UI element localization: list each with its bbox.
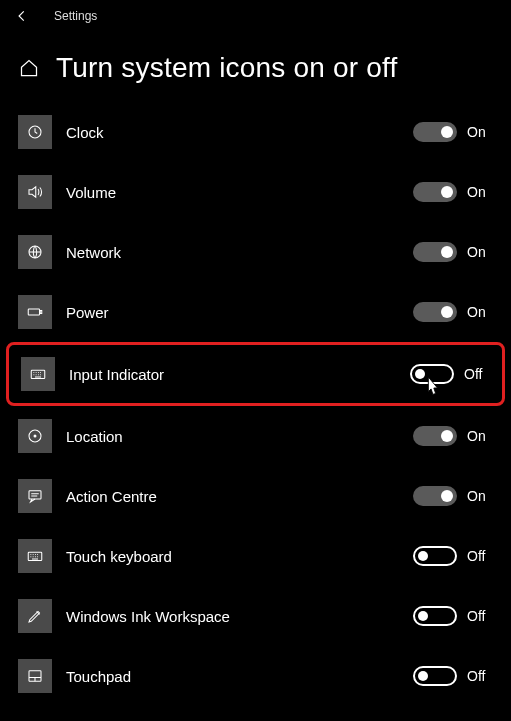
- setting-row-action-centre: Action CentreOn: [0, 466, 511, 526]
- back-button[interactable]: [8, 2, 36, 30]
- toggle-state-label-touch-keyboard: Off: [467, 548, 493, 564]
- toggle-knob: [441, 186, 453, 198]
- toggle-wrap-touchpad: Off: [413, 666, 493, 686]
- setting-row-windows-ink: Windows Ink WorkspaceOff: [0, 586, 511, 646]
- keyboard-icon: [21, 357, 55, 391]
- svg-rect-2: [28, 309, 39, 315]
- setting-row-input-indicator: Input IndicatorOff: [6, 342, 505, 406]
- toggle-action-centre[interactable]: [413, 486, 457, 506]
- toggle-knob: [415, 369, 425, 379]
- toggle-state-label-network: On: [467, 244, 493, 260]
- setting-row-location: LocationOn: [0, 406, 511, 466]
- setting-label-network: Network: [66, 244, 413, 261]
- toggle-knob: [418, 611, 428, 621]
- touchpad-icon: [18, 659, 52, 693]
- settings-list: ClockOnVolumeOnNetworkOnPowerOnInput Ind…: [0, 102, 511, 706]
- toggle-touchpad[interactable]: [413, 666, 457, 686]
- toggle-state-label-volume: On: [467, 184, 493, 200]
- toggle-knob: [418, 671, 428, 681]
- setting-label-volume: Volume: [66, 184, 413, 201]
- toggle-wrap-input-indicator: Off: [410, 364, 490, 384]
- toggle-touch-keyboard[interactable]: [413, 546, 457, 566]
- toggle-state-label-touchpad: Off: [467, 668, 493, 684]
- toggle-windows-ink[interactable]: [413, 606, 457, 626]
- toggle-wrap-action-centre: On: [413, 486, 493, 506]
- setting-label-action-centre: Action Centre: [66, 488, 413, 505]
- toggle-state-label-power: On: [467, 304, 493, 320]
- svg-point-6: [34, 435, 37, 438]
- toggle-state-label-action-centre: On: [467, 488, 493, 504]
- toggle-network[interactable]: [413, 242, 457, 262]
- app-title: Settings: [54, 9, 97, 23]
- globe-icon: [18, 235, 52, 269]
- toggle-wrap-touch-keyboard: Off: [413, 546, 493, 566]
- toggle-wrap-clock: On: [413, 122, 493, 142]
- svg-rect-7: [29, 491, 41, 499]
- toggle-wrap-location: On: [413, 426, 493, 446]
- setting-row-clock: ClockOn: [0, 102, 511, 162]
- setting-label-windows-ink: Windows Ink Workspace: [66, 608, 413, 625]
- toggle-wrap-network: On: [413, 242, 493, 262]
- setting-label-input-indicator: Input Indicator: [69, 366, 410, 383]
- toggle-state-label-clock: On: [467, 124, 493, 140]
- target-icon: [18, 419, 52, 453]
- toggle-power[interactable]: [413, 302, 457, 322]
- page-header: Turn system icons on or off: [0, 32, 511, 102]
- keyboard-icon: [18, 539, 52, 573]
- svg-rect-3: [40, 311, 42, 314]
- clock-icon: [18, 115, 52, 149]
- toggle-wrap-power: On: [413, 302, 493, 322]
- pen-icon: [18, 599, 52, 633]
- message-icon: [18, 479, 52, 513]
- toggle-wrap-volume: On: [413, 182, 493, 202]
- battery-icon: [18, 295, 52, 329]
- home-icon[interactable]: [18, 57, 40, 79]
- toggle-knob: [441, 126, 453, 138]
- toggle-input-indicator[interactable]: [410, 364, 454, 384]
- setting-row-touchpad: TouchpadOff: [0, 646, 511, 706]
- toggle-wrap-windows-ink: Off: [413, 606, 493, 626]
- setting-row-power: PowerOn: [0, 282, 511, 342]
- toggle-knob: [441, 246, 453, 258]
- setting-label-power: Power: [66, 304, 413, 321]
- titlebar: Settings: [0, 0, 511, 32]
- setting-row-touch-keyboard: Touch keyboardOff: [0, 526, 511, 586]
- toggle-state-label-input-indicator: Off: [464, 366, 490, 382]
- setting-label-clock: Clock: [66, 124, 413, 141]
- volume-icon: [18, 175, 52, 209]
- arrow-left-icon: [15, 9, 29, 23]
- toggle-volume[interactable]: [413, 182, 457, 202]
- toggle-knob: [441, 306, 453, 318]
- toggle-knob: [441, 490, 453, 502]
- setting-label-touchpad: Touchpad: [66, 668, 413, 685]
- setting-label-location: Location: [66, 428, 413, 445]
- toggle-knob: [441, 430, 453, 442]
- toggle-knob: [418, 551, 428, 561]
- toggle-state-label-windows-ink: Off: [467, 608, 493, 624]
- page-title: Turn system icons on or off: [56, 52, 398, 84]
- toggle-location[interactable]: [413, 426, 457, 446]
- toggle-state-label-location: On: [467, 428, 493, 444]
- setting-row-network: NetworkOn: [0, 222, 511, 282]
- toggle-clock[interactable]: [413, 122, 457, 142]
- setting-label-touch-keyboard: Touch keyboard: [66, 548, 413, 565]
- setting-row-volume: VolumeOn: [0, 162, 511, 222]
